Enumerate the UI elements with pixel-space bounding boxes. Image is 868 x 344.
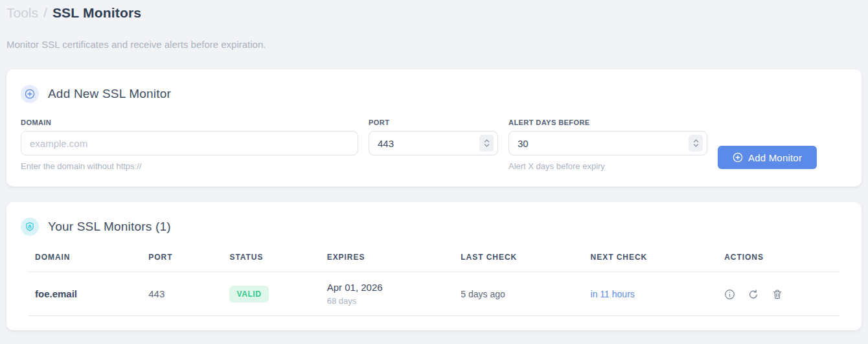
- expires-date: Apr 01, 2026: [327, 282, 448, 293]
- expires-days-remaining: 68 days: [327, 296, 448, 306]
- alert-days-label: ALERT DAYS BEFORE: [508, 119, 707, 126]
- submit-field-group: Add Monitor: [718, 119, 817, 169]
- table-row: foe.email 443 VALID Apr 01, 2026 68 days…: [29, 272, 839, 316]
- refresh-icon: [748, 289, 759, 300]
- alert-days-field-group: ALERT DAYS BEFORE Alert X days before ex…: [508, 119, 707, 171]
- page-title: SSL Monitors: [52, 5, 141, 21]
- add-monitor-button-label: Add Monitor: [748, 152, 802, 163]
- col-header-expires: EXPIRES: [321, 244, 455, 272]
- alert-days-input[interactable]: [508, 131, 707, 155]
- add-monitor-title: Add New SSL Monitor: [48, 87, 171, 101]
- port-label: PORT: [369, 119, 498, 126]
- add-monitor-card-header: Add New SSL Monitor: [21, 85, 847, 103]
- col-header-status: STATUS: [223, 244, 320, 272]
- cell-next-check: in 11 hours: [584, 272, 718, 316]
- col-header-next-check: NEXT CHECK: [584, 244, 718, 272]
- info-button[interactable]: [724, 289, 735, 300]
- status-badge: VALID: [229, 286, 268, 303]
- breadcrumb-separator: /: [43, 5, 47, 21]
- trash-icon: [772, 289, 782, 300]
- breadcrumb-tools[interactable]: Tools: [6, 5, 38, 21]
- monitors-card: Your SSL Monitors (1) DOMAIN PORT STATUS…: [6, 202, 862, 330]
- monitors-card-header: Your SSL Monitors (1): [21, 218, 847, 236]
- plus-circle-icon: [21, 85, 39, 103]
- delete-button[interactable]: [772, 289, 782, 300]
- plus-icon: [733, 152, 743, 163]
- shield-icon: [21, 218, 39, 236]
- domain-helper-text: Enter the domain without https://: [21, 161, 358, 171]
- domain-input[interactable]: [21, 131, 358, 155]
- refresh-button[interactable]: [748, 289, 759, 300]
- add-monitor-button[interactable]: Add Monitor: [718, 146, 817, 169]
- cell-port: 443: [142, 272, 223, 316]
- add-monitor-form: DOMAIN Enter the domain without https://…: [21, 119, 847, 171]
- col-header-last-check: LAST CHECK: [454, 244, 584, 272]
- page-subtitle: Monitor SSL certificates and receive ale…: [6, 39, 862, 50]
- col-header-domain: DOMAIN: [29, 244, 142, 272]
- domain-field-group: DOMAIN Enter the domain without https://: [21, 119, 358, 171]
- breadcrumb: Tools / SSL Monitors: [6, 4, 862, 21]
- port-field-group: PORT: [369, 119, 498, 155]
- domain-label: DOMAIN: [21, 119, 358, 126]
- info-icon: [724, 289, 735, 300]
- cell-domain: foe.email: [29, 272, 142, 316]
- col-header-actions: ACTIONS: [718, 244, 839, 272]
- cell-status: VALID: [223, 272, 320, 316]
- monitors-title: Your SSL Monitors (1): [48, 220, 171, 234]
- cell-actions: [718, 272, 839, 316]
- table-header-row: DOMAIN PORT STATUS EXPIRES LAST CHECK NE…: [29, 244, 839, 272]
- port-input[interactable]: [369, 131, 498, 155]
- port-stepper[interactable]: [479, 135, 494, 152]
- alert-days-helper-text: Alert X days before expiry: [508, 161, 707, 171]
- ssl-monitors-page: Tools / SSL Monitors Monitor SSL certifi…: [0, 0, 868, 330]
- cell-last-check: 5 days ago: [454, 272, 584, 316]
- add-monitor-card: Add New SSL Monitor DOMAIN Enter the dom…: [6, 69, 862, 187]
- col-header-port: PORT: [142, 244, 223, 272]
- monitors-table: DOMAIN PORT STATUS EXPIRES LAST CHECK NE…: [29, 244, 839, 316]
- alert-days-stepper[interactable]: [689, 135, 703, 152]
- cell-expires: Apr 01, 2026 68 days: [321, 272, 455, 316]
